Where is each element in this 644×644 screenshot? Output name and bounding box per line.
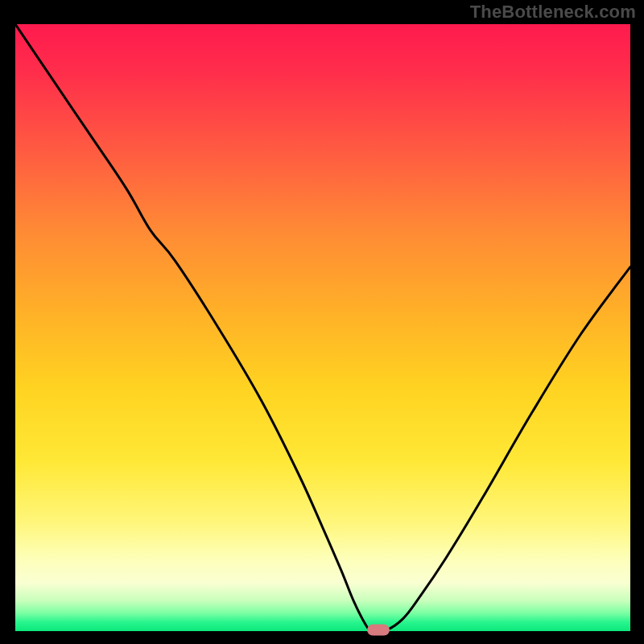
plot-area	[15, 24, 630, 631]
curve-path	[15, 24, 630, 631]
bottleneck-curve	[15, 24, 630, 631]
optimal-marker	[367, 625, 390, 636]
watermark-text: TheBottleneck.com	[470, 2, 636, 23]
chart-frame: TheBottleneck.com	[0, 0, 644, 644]
